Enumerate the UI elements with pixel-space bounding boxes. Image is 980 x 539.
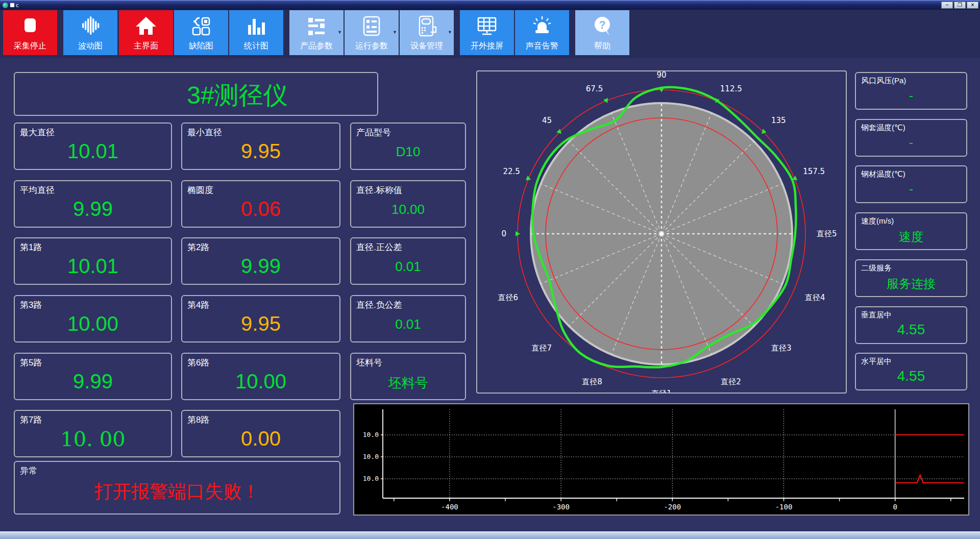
metric-value: 服务连接 <box>856 276 966 292</box>
device-icon <box>400 13 454 39</box>
metric-box: 第6路10.00 <box>181 353 340 400</box>
toolbar-button-4[interactable]: 缺陷图 <box>174 10 228 55</box>
svg-text:-300: -300 <box>552 503 570 511</box>
toolbar-button-8[interactable]: 设备管理▼ <box>400 10 454 55</box>
metric-label: 第8路 <box>187 414 209 426</box>
minimize-button[interactable]: – <box>941 2 953 9</box>
metric-label: 直径.负公差 <box>356 299 402 311</box>
status-box: 水平居中4.55 <box>855 353 967 390</box>
app-icon <box>3 3 8 8</box>
maximize-button[interactable]: ❐ <box>954 2 966 9</box>
toolbar-button-3[interactable]: 主界面 <box>119 10 173 55</box>
gauge-title-box: 3#测径仪 <box>14 72 378 116</box>
metric-box: 坯料号坯料号 <box>350 353 466 400</box>
metric-value: 9.95 <box>182 312 339 335</box>
svg-text:67.5: 67.5 <box>586 84 603 93</box>
toolbar-button-6[interactable]: 产品参数▼ <box>289 10 344 55</box>
toolbar-button-2[interactable]: 波动图 <box>63 10 117 55</box>
metric-label: 坯料号 <box>356 357 382 369</box>
metric-box: 第4路9.95 <box>181 295 340 342</box>
titlebar: c – ❐ × <box>0 0 980 10</box>
alarm-box: 异常打开报警端口失败！ <box>14 461 340 514</box>
status-box: 风口风压(Pa)- <box>855 72 967 110</box>
metric-box: 第7路10. 00 <box>14 410 172 457</box>
metric-box: 平均直径9.99 <box>14 180 172 228</box>
toolbar-button-11[interactable]: ?帮助 <box>575 10 629 55</box>
toolbar-button-label: 采集停止 <box>3 41 57 52</box>
toolbar-button-1[interactable]: 采集停止 <box>3 10 57 55</box>
metric-label: 第6路 <box>187 357 209 369</box>
svg-text:-100: -100 <box>775 503 793 511</box>
run-panel-icon <box>345 13 399 39</box>
metric-label: 异常 <box>20 465 37 477</box>
toolbar-button-5[interactable]: 统计图 <box>229 10 283 55</box>
toolbar-button-label: 统计图 <box>229 41 283 52</box>
status-box: 二级服务服务连接 <box>855 259 967 297</box>
metric-label: 产品型号 <box>356 127 391 138</box>
metric-label: 二级服务 <box>861 263 892 273</box>
svg-text:112.5: 112.5 <box>720 84 742 93</box>
toolbar-button-9[interactable]: 开外接屏 <box>460 10 514 55</box>
toolbar-button-label: 缺陷图 <box>174 41 228 52</box>
status-box: 垂直居中4.55 <box>855 306 967 344</box>
metric-label: 第1路 <box>20 241 42 253</box>
os-taskbar[interactable] <box>0 531 980 539</box>
svg-text:-400: -400 <box>441 503 458 511</box>
svg-text:直径3: 直径3 <box>771 344 792 353</box>
page-title: 3#测径仪 <box>97 79 377 112</box>
metric-value: 0.01 <box>351 259 465 275</box>
metric-label: 第5路 <box>20 357 42 369</box>
svg-text:直径8: 直径8 <box>582 377 602 386</box>
toolbar-button-label: 波动图 <box>63 41 117 52</box>
bar-chart-icon <box>229 13 283 39</box>
chevron-down-icon[interactable]: ▼ <box>448 30 452 35</box>
metric-box: 椭圆度0.06 <box>181 180 340 228</box>
close-button[interactable]: × <box>967 2 978 9</box>
metric-value: 9.99 <box>15 198 171 220</box>
chevron-down-icon[interactable]: ▼ <box>393 30 397 35</box>
toolbar-button-label: 帮助 <box>575 41 629 52</box>
svg-text:0: 0 <box>893 503 897 511</box>
metric-value: 9.95 <box>182 140 339 163</box>
metric-label: 椭圆度 <box>187 184 213 196</box>
metric-label: 平均直径 <box>20 184 55 196</box>
svg-text:22.5: 22.5 <box>503 167 520 176</box>
toolbar-button-label: 运行参数 <box>345 41 399 52</box>
siren-icon <box>515 13 569 39</box>
metric-label: 水平居中 <box>861 357 892 366</box>
toolbar-button-label: 声音告警 <box>515 41 569 52</box>
monitor-icon <box>460 13 514 39</box>
svg-text:直径4: 直径4 <box>805 293 825 302</box>
metric-box: 第2路9.99 <box>181 237 340 285</box>
metric-label: 钢套温度(℃) <box>861 123 905 133</box>
metric-value: 9.99 <box>15 370 171 393</box>
status-box: 速度(m/s)速度 <box>855 212 967 250</box>
toolbar-button-7[interactable]: 运行参数▼ <box>345 10 399 55</box>
polar-profile-chart: 022.54567.590112.5135157.5直径5直径4直径3直径2直径… <box>476 70 847 394</box>
window-title: c <box>16 3 19 8</box>
trend-chart: 10.010.010.0-400-300-200-1000 <box>353 403 969 516</box>
metric-value: 4.55 <box>856 322 966 338</box>
metric-box: 直径.负公差0.01 <box>350 295 466 342</box>
toolbar-button-label: 设备管理 <box>400 41 454 52</box>
metric-value: 10.00 <box>351 202 465 217</box>
metric-box: 第3路10.00 <box>14 295 172 342</box>
metric-value: 0.00 <box>182 427 339 450</box>
metric-label: 直径.标称值 <box>356 184 402 196</box>
toolbar-button-label: 产品参数 <box>289 41 344 52</box>
chevron-down-icon[interactable]: ▼ <box>337 30 342 35</box>
svg-text:-200: -200 <box>664 503 681 511</box>
toolbar: 采集停止波动图主界面缺陷图统计图产品参数▼运行参数▼设备管理▼开外接屏声音告警?… <box>0 10 980 58</box>
metric-label: 钢材温度(℃) <box>861 169 905 179</box>
metric-value: - <box>856 135 966 150</box>
toolbar-button-10[interactable]: 声音告警 <box>515 10 569 55</box>
status-box: 钢材温度(℃)- <box>855 165 967 203</box>
svg-text:?: ? <box>599 18 605 31</box>
metric-value: 速度 <box>856 229 966 245</box>
metric-box: 直径.正公差0.01 <box>350 237 466 285</box>
toolbar-button-label: 主界面 <box>119 41 173 52</box>
stop-icon <box>3 13 57 39</box>
svg-text:157.5: 157.5 <box>803 167 825 176</box>
metric-label: 第7路 <box>20 414 42 426</box>
metric-value: 10.01 <box>15 140 171 163</box>
